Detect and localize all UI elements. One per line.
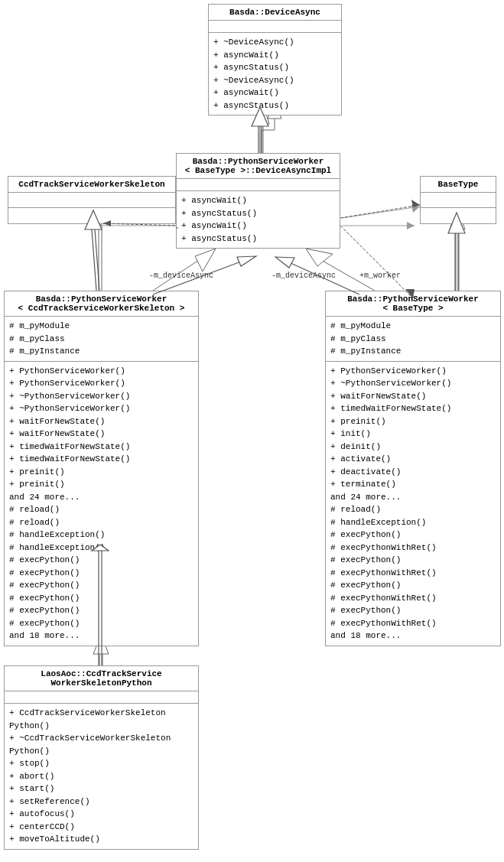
label-m-deviceAsync-left: -m_deviceAsync [149, 272, 213, 280]
psw-ccd-title: Basda::PythonServiceWorker< CcdTrackServ… [5, 291, 198, 317]
svg-marker-45 [411, 200, 420, 207]
psw-ccd-box: Basda::PythonServiceWorker< CcdTrackServ… [4, 291, 199, 646]
device-async-attributes [209, 21, 341, 33]
psw-basetype-title: Basda::PythonServiceWorker< BaseType > [326, 291, 500, 317]
psw-basetype-methods: + PythonServiceWorker() + ~PythonService… [326, 362, 500, 646]
base-type-box: BaseType [420, 176, 496, 224]
diagram-container: Basda::DeviceAsync + ~DeviceAsync() + as… [0, 0, 504, 862]
ccd-skeleton-title: CcdTrackServiceWorkerSkeleton [8, 177, 175, 193]
svg-line-30 [95, 229, 99, 291]
ccd-skeleton-box: CcdTrackServiceWorkerSkeleton [8, 176, 176, 224]
laos-aoc-box: LaosAoc::CcdTrackServiceWorkerSkeletonPy… [4, 665, 199, 850]
laos-aoc-methods: + CcdTrackServiceWorkerSkeleton Python()… [5, 704, 198, 849]
psw-basetype-box: Basda::PythonServiceWorker< BaseType > #… [325, 291, 501, 646]
psw-ccd-methods: + PythonServiceWorker() + PythonServiceW… [5, 362, 198, 646]
svg-line-29 [92, 229, 96, 291]
device-async-title: Basda::DeviceAsync [209, 5, 341, 21]
laos-aoc-attrs [5, 691, 198, 704]
base-type-methods [421, 208, 496, 223]
device-async-box: Basda::DeviceAsync + ~DeviceAsync() + as… [208, 4, 342, 115]
ccd-skeleton-methods [8, 208, 175, 223]
psw-base-devAsync-title: Basda::PythonServiceWorker< BaseType >::… [177, 154, 340, 179]
svg-marker-14 [195, 249, 216, 272]
label-m-worker: +m_worker [359, 272, 401, 280]
svg-marker-16 [306, 249, 333, 266]
psw-base-devAsync-methods: + asyncWait() + asyncStatus() + asyncWai… [177, 191, 340, 248]
svg-line-42 [340, 226, 413, 298]
psw-base-devAsync-attrs [177, 179, 340, 191]
svg-marker-36 [237, 256, 256, 266]
base-type-title: BaseType [421, 177, 496, 193]
label-m-deviceAsync-right: -m_deviceAsync [272, 272, 336, 280]
psw-basetype-attrs: # m_pyModule # m_pyClass # m_pyInstance [326, 317, 500, 362]
svg-line-21 [342, 207, 420, 218]
svg-marker-38 [275, 257, 294, 268]
ccd-skeleton-attrs [8, 193, 175, 208]
laos-aoc-title: LaosAoc::CcdTrackServiceWorkerSkeletonPy… [5, 666, 198, 691]
psw-ccd-attrs: # m_pyModule # m_pyClass # m_pyInstance [5, 317, 198, 362]
svg-line-44 [340, 205, 420, 218]
base-type-attrs [421, 193, 496, 208]
device-async-methods: + ~DeviceAsync() + asyncWait() + asyncSt… [209, 33, 341, 115]
psw-base-devAsync-box: Basda::PythonServiceWorker< BaseType >::… [176, 153, 340, 249]
svg-marker-22 [411, 205, 420, 213]
svg-marker-20 [407, 222, 415, 229]
